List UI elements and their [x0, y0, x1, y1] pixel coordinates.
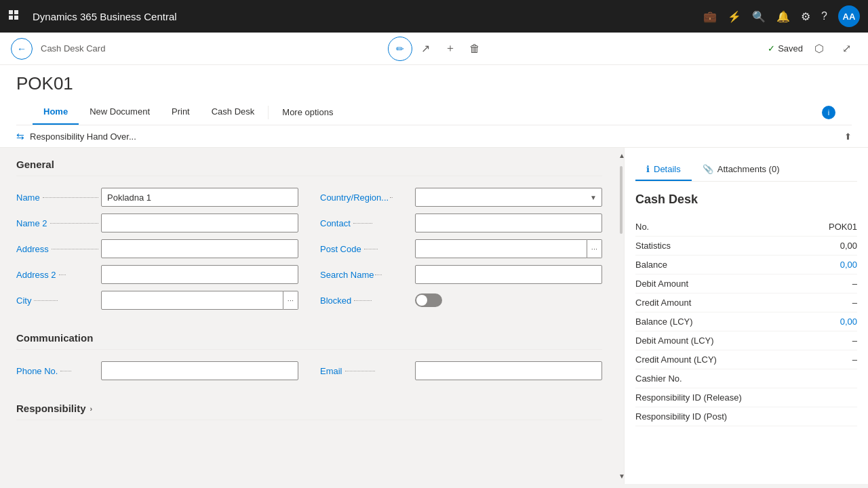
general-left-col: Name Name 2 Address	[16, 187, 309, 316]
communication-section: Communication Phone No. Email	[16, 332, 602, 386]
edit-icon: ✏	[396, 43, 404, 54]
add-button[interactable]: ＋	[439, 38, 461, 60]
edit-button[interactable]: ✏	[388, 37, 412, 61]
field-label-postcode: Post Code	[320, 244, 415, 254]
detail-label-debit-amount: Debit Amount	[635, 279, 688, 289]
left-panel-wrapper: General Name Name 2	[0, 148, 624, 484]
general-form: Name Name 2 Address	[16, 187, 602, 316]
tab-print[interactable]: Print	[161, 100, 201, 125]
notifications-icon[interactable]: 🔔	[776, 10, 790, 23]
detail-label-no: No.	[635, 222, 649, 232]
nav-tabs: Home New Document Print Cash Desk More o…	[16, 100, 852, 125]
detail-row-debit-amount: Debit Amount –	[635, 274, 857, 293]
country-select-wrapper: ▼	[415, 188, 602, 207]
field-label-email: Email	[320, 366, 415, 376]
share-icon: ↗	[421, 42, 430, 55]
scroll-thumb[interactable]	[620, 166, 623, 234]
app-grid-button[interactable]	[8, 9, 22, 23]
share-button[interactable]: ↗	[415, 38, 437, 60]
expand-icon: ⤢	[842, 42, 851, 55]
back-button[interactable]: ←	[11, 38, 33, 60]
country-select[interactable]	[415, 188, 602, 207]
switch-icon[interactable]: ⚡	[728, 10, 741, 23]
detail-value-balance-lcy[interactable]: 0,00	[840, 317, 857, 327]
field-address: Address	[16, 239, 298, 259]
scroll-track-area	[618, 161, 624, 471]
city-input[interactable]	[101, 291, 283, 310]
name-input-wrapper	[101, 188, 298, 207]
detail-value-credit-amount-lcy: –	[852, 354, 857, 365]
responsibility-action[interactable]: ⬆	[844, 131, 852, 142]
general-right-col: Country/Region... ▼ Contact	[309, 187, 602, 316]
user-avatar[interactable]: AA	[838, 5, 860, 27]
address2-input-wrapper	[101, 265, 298, 284]
wallet-icon[interactable]: 💼	[703, 10, 717, 23]
city-lookup-btn[interactable]: ···	[283, 291, 298, 310]
settings-icon[interactable]: ⚙	[801, 10, 810, 23]
searchname-input[interactable]	[415, 265, 602, 284]
contact-input[interactable]	[415, 214, 602, 232]
scroll-up-arrow[interactable]: ▲	[618, 150, 624, 161]
scroll-down-arrow[interactable]: ▼	[618, 471, 624, 481]
name2-input[interactable]	[101, 214, 298, 232]
detail-label-balance-lcy: Balance (LCY)	[635, 317, 693, 327]
postcode-lookup-btn[interactable]: ···	[587, 239, 602, 258]
blocked-toggle[interactable]	[415, 293, 442, 307]
postcode-input[interactable]	[415, 239, 587, 258]
tab-home[interactable]: Home	[33, 100, 79, 125]
field-name2: Name 2	[16, 213, 298, 233]
more-options-menu[interactable]: More options	[271, 100, 344, 124]
delete-button[interactable]: 🗑	[464, 38, 486, 60]
help-icon[interactable]: ?	[821, 10, 827, 22]
detail-value-no: POK01	[829, 222, 857, 232]
detail-row-no: No. POK01	[635, 218, 857, 237]
check-icon: ✓	[768, 43, 775, 54]
detail-row-cashier-no: Cashier No.	[635, 369, 857, 388]
tab-new-document[interactable]: New Document	[79, 100, 161, 125]
detail-value-balance[interactable]: 0,00	[840, 260, 857, 270]
blocked-toggle-wrapper	[415, 293, 442, 307]
communication-form: Phone No. Email	[16, 361, 602, 386]
field-label-name2: Name 2	[16, 218, 101, 228]
info-badge[interactable]: i	[822, 106, 835, 119]
left-panel-scrollbar[interactable]: ▲ ▼	[618, 148, 624, 484]
tab-cash-desk[interactable]: Cash Desk	[201, 100, 266, 125]
attachments-tab-icon: 📎	[703, 164, 713, 174]
tab-attachments[interactable]: 📎 Attachments (0)	[692, 159, 791, 181]
detail-row-balance-lcy: Balance (LCY) 0,00	[635, 312, 857, 331]
field-city: City ···	[16, 290, 298, 310]
nav-divider	[268, 106, 269, 119]
address2-input[interactable]	[101, 265, 298, 284]
phone-input-wrapper	[101, 361, 298, 380]
postcode-input-wrapper: ···	[415, 239, 602, 258]
detail-row-debit-amount-lcy: Debit Amount (LCY) –	[635, 331, 857, 350]
detail-value-statistics: 0,00	[840, 241, 857, 251]
address-input[interactable]	[101, 239, 298, 258]
field-label-searchname: Search Name	[320, 270, 415, 280]
communication-section-title: Communication	[16, 332, 602, 350]
page-title-area: POK01 Home New Document Print Cash Desk …	[0, 65, 868, 125]
field-label-phone: Phone No.	[16, 366, 101, 376]
grid-icon	[8, 9, 22, 23]
app-title: Dynamics 365 Business Central	[33, 11, 692, 22]
field-postcode: Post Code ···	[320, 239, 602, 259]
search-icon[interactable]: 🔍	[752, 10, 766, 23]
breadcrumb-page-name: Cash Desk Card	[41, 43, 105, 54]
delete-icon: 🗑	[469, 43, 480, 55]
email-input[interactable]	[415, 361, 602, 380]
open-new-button[interactable]: ⬡	[808, 38, 830, 60]
field-phone: Phone No.	[16, 361, 298, 381]
right-panel: ℹ Details 📎 Attachments (0) Cash Desk No…	[624, 148, 868, 484]
expand-button[interactable]: ⤢	[835, 38, 857, 60]
email-input-wrapper	[415, 361, 602, 380]
tab-details[interactable]: ℹ Details	[635, 159, 692, 181]
svg-rect-0	[9, 10, 13, 14]
nav-info-button[interactable]: i	[822, 106, 835, 119]
responsibility-chevron-icon: ›	[90, 405, 93, 413]
field-label-name: Name	[16, 192, 101, 203]
responsibility-section-title-row[interactable]: Responsibility ›	[16, 403, 602, 420]
city-input-wrapper: ···	[101, 291, 298, 310]
phone-input[interactable]	[101, 361, 298, 380]
back-icon: ←	[17, 43, 26, 54]
name-input[interactable]	[101, 188, 298, 207]
